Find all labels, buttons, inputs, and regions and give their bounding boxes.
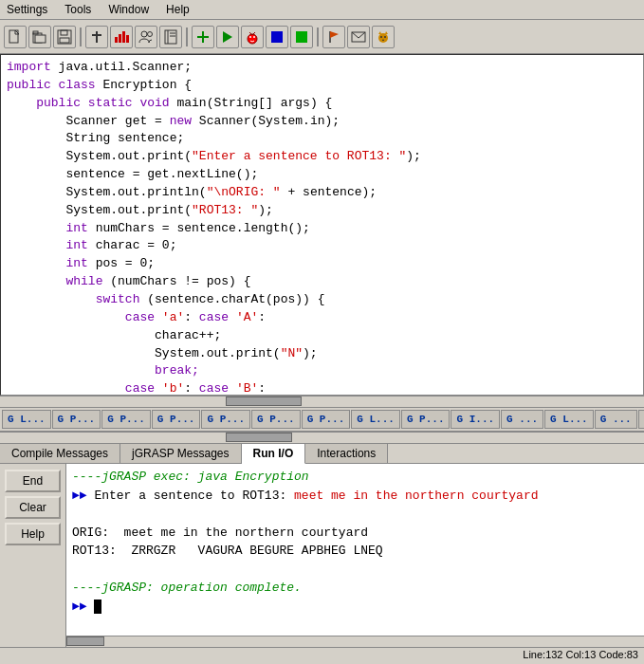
bottom-panel: Compile MessagesjGRASP MessagesRun I/OIn… — [0, 443, 644, 647]
help-button[interactable]: Help — [5, 523, 61, 545]
tab-gp5[interactable]: G P... — [251, 410, 301, 429]
tab-gl[interactable]: G L... — [2, 410, 51, 429]
svg-rect-11 — [122, 31, 125, 43]
separator-3 — [317, 28, 319, 46]
svg-point-36 — [384, 36, 386, 38]
cat-button[interactable] — [372, 26, 395, 48]
toolbar — [0, 20, 644, 54]
separator-2 — [186, 28, 188, 46]
bottom-buttons-panel: EndClearHelp — [0, 464, 66, 647]
flag-button[interactable] — [322, 26, 345, 48]
tab-gp4[interactable]: G P... — [201, 410, 250, 429]
clear-button[interactable]: Clear — [5, 496, 61, 519]
svg-marker-30 — [330, 31, 339, 38]
svg-point-23 — [249, 36, 251, 38]
run-button[interactable] — [216, 26, 239, 48]
svg-rect-9 — [115, 37, 118, 43]
svg-rect-27 — [271, 31, 283, 43]
svg-rect-3 — [35, 35, 46, 43]
console-scrollbar[interactable] — [66, 636, 644, 647]
tab-gp2[interactable]: G P... — [101, 410, 151, 429]
editor-horizontal-scrollbar[interactable] — [0, 396, 644, 407]
svg-point-32 — [378, 33, 388, 43]
editor-scrollbar-thumb[interactable] — [226, 397, 302, 406]
code-editor-wrapper: import java.util.Scanner; public class E… — [0, 54, 644, 407]
book-button[interactable] — [159, 26, 182, 48]
tab-gl2[interactable]: G L... — [351, 410, 400, 429]
tab-gp6[interactable]: G P... — [302, 410, 351, 429]
status-bar: Line:132 Col:13 Code:83 — [0, 647, 644, 664]
tabs-scrollbar-thumb[interactable] — [226, 433, 292, 442]
tab-gp1[interactable]: G P... — [52, 410, 101, 429]
mail-button[interactable] — [347, 26, 370, 48]
tabs-scrollbar[interactable] — [0, 432, 644, 443]
svg-rect-5 — [61, 30, 67, 35]
svg-marker-21 — [223, 31, 232, 43]
pin-button[interactable] — [85, 26, 108, 48]
end-button[interactable]: End — [5, 470, 61, 492]
add-button[interactable] — [192, 26, 214, 48]
console-output[interactable]: ----jGRASP exec: java Encryption ►► Ente… — [66, 464, 644, 636]
separator-1 — [80, 28, 82, 46]
rect-green-button[interactable] — [290, 26, 313, 48]
svg-point-13 — [141, 31, 147, 37]
menu-help[interactable]: Help — [163, 2, 193, 17]
bar-chart-button[interactable] — [110, 26, 133, 48]
code-content: import java.util.Scanner; public class E… — [1, 55, 643, 396]
svg-point-14 — [148, 31, 153, 36]
svg-point-24 — [253, 36, 255, 38]
status-text: Line:132 Col:13 Code:83 — [523, 649, 638, 660]
save-file-button[interactable] — [53, 26, 76, 48]
new-file-button[interactable] — [4, 26, 27, 48]
tab-gl3[interactable]: G L... — [544, 410, 594, 429]
menu-tools[interactable]: Tools — [62, 2, 94, 17]
people-button[interactable] — [135, 26, 157, 48]
debug-button[interactable] — [241, 26, 264, 48]
svg-point-35 — [380, 36, 382, 38]
svg-rect-15 — [165, 30, 176, 44]
svg-rect-28 — [296, 31, 307, 43]
svg-marker-34 — [385, 31, 388, 34]
tab-gs[interactable]: G S — [638, 410, 644, 429]
menu-bar: Settings Tools Window Help — [0, 0, 644, 20]
tab-g2[interactable]: G ... — [595, 410, 637, 429]
menu-settings[interactable]: Settings — [4, 2, 50, 17]
tab-compile[interactable]: Compile Messages — [0, 444, 120, 463]
svg-rect-10 — [119, 34, 121, 43]
bottom-content: EndClearHelp ----jGRASP exec: java Encry… — [0, 464, 644, 647]
editor-tabs-strip: G L...G P...G P...G P...G P...G P...G P.… — [0, 407, 644, 432]
svg-rect-6 — [60, 38, 69, 43]
svg-marker-33 — [378, 31, 381, 34]
code-editor[interactable]: import java.util.Scanner; public class E… — [0, 54, 644, 396]
stop-button[interactable] — [266, 26, 288, 48]
tab-jgrasp-messages[interactable]: jGRASP Messages — [120, 444, 242, 463]
tab-gi[interactable]: G I... — [451, 410, 500, 429]
tab-gp3[interactable]: G P... — [152, 410, 201, 429]
tab-g1[interactable]: G ... — [501, 410, 543, 429]
console-scrollbar-thumb[interactable] — [66, 636, 104, 646]
open-file-button[interactable] — [28, 26, 51, 48]
tab-gp7[interactable]: G P... — [401, 410, 451, 429]
tab-interactions[interactable]: Interactions — [305, 444, 388, 463]
menu-window[interactable]: Window — [105, 2, 152, 17]
tab-run-io[interactable]: Run I/O — [242, 444, 306, 464]
svg-rect-12 — [126, 35, 129, 43]
bottom-tabs-bar: Compile MessagesjGRASP MessagesRun I/OIn… — [0, 444, 644, 464]
